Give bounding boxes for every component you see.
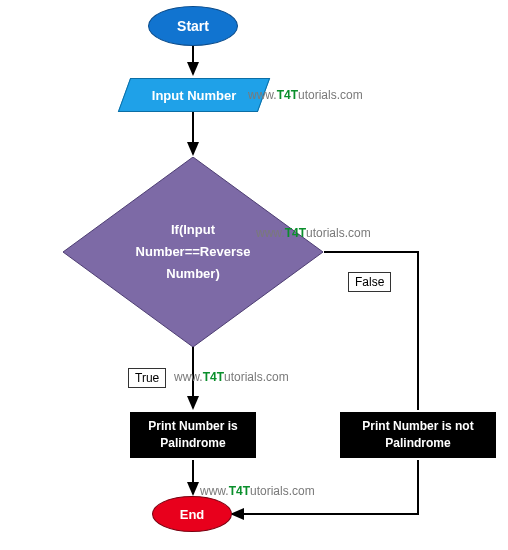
watermark: www.T4Tutorials.com (256, 226, 371, 240)
watermark: www.T4Tutorials.com (248, 88, 363, 102)
end-terminal: End (152, 496, 232, 532)
false-outcome-label: Print Number is not Palindrome (344, 418, 492, 452)
start-label: Start (177, 18, 209, 34)
false-outcome-process: Print Number is not Palindrome (340, 412, 496, 458)
end-label: End (180, 507, 205, 522)
true-outcome-process: Print Number is Palindrome (130, 412, 256, 458)
input-label: Input Number (152, 88, 237, 103)
decision-label: If(Input Number==Reverse Number) (116, 219, 271, 285)
decision-diamond: If(Input Number==Reverse Number) (63, 157, 323, 347)
flowchart-canvas: Start Input Number If(Input Number==Reve… (0, 0, 508, 550)
true-outcome-label: Print Number is Palindrome (134, 418, 252, 452)
true-branch-label: True (128, 368, 166, 388)
false-branch-label: False (348, 272, 391, 292)
watermark: www.T4Tutorials.com (200, 484, 315, 498)
watermark: www.T4Tutorials.com (174, 370, 289, 384)
start-terminal: Start (148, 6, 238, 46)
